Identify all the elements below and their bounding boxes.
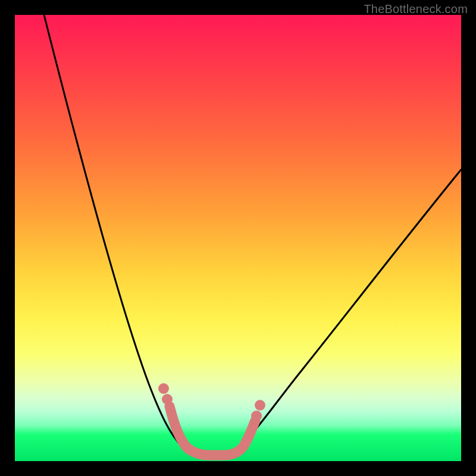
dot-left-upper bbox=[158, 383, 169, 394]
dot-right-upper bbox=[255, 400, 265, 411]
trough-band bbox=[170, 406, 255, 455]
curve-left bbox=[44, 15, 197, 454]
bottleneck-curves bbox=[15, 15, 461, 461]
dot-right-lower bbox=[251, 411, 262, 421]
dot-left-lower bbox=[162, 394, 173, 405]
attribution-text: TheBottleneck.com bbox=[364, 2, 468, 16]
chart-frame: TheBottleneck.com bbox=[0, 0, 476, 476]
